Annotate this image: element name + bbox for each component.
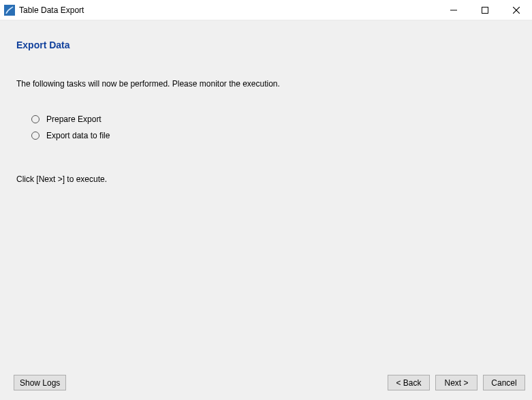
content-area: Export Data The following tasks will now… (0, 20, 532, 184)
task-item: Export data to file (31, 131, 516, 140)
page-heading: Export Data (16, 40, 516, 50)
task-list: Prepare Export Export data to file (31, 114, 516, 140)
svg-rect-0 (4, 5, 15, 16)
maximize-button[interactable] (469, 0, 501, 20)
description-text: The following tasks will now be performe… (16, 79, 516, 89)
cancel-button[interactable]: Cancel (483, 375, 525, 390)
next-button[interactable]: Next > (435, 375, 478, 390)
back-button[interactable]: < Back (388, 375, 430, 390)
title-bar: Table Data Export (0, 0, 532, 20)
minimize-button[interactable] (438, 0, 469, 20)
instruction-text: Click [Next >] to execute. (16, 174, 516, 184)
close-button[interactable] (501, 0, 532, 20)
footer: Show Logs < Back Next > Cancel (0, 367, 532, 400)
window-title: Table Data Export (19, 5, 84, 15)
task-label: Prepare Export (46, 114, 101, 124)
task-label: Export data to file (46, 131, 110, 140)
app-icon (4, 5, 15, 16)
show-logs-button[interactable]: Show Logs (14, 375, 66, 390)
status-pending-icon (31, 115, 40, 123)
status-pending-icon (31, 132, 40, 140)
svg-rect-2 (482, 7, 488, 13)
task-item: Prepare Export (31, 114, 516, 124)
window-controls (438, 0, 532, 20)
